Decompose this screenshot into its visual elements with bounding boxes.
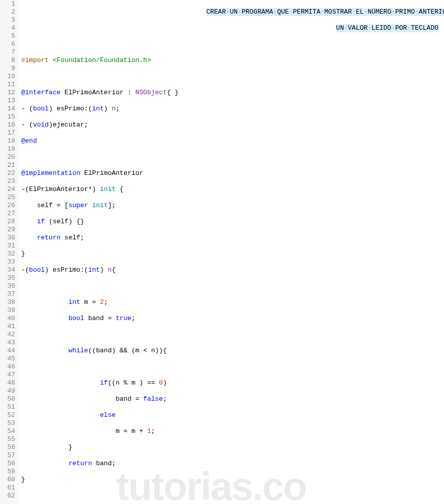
line-number: 34 bbox=[2, 266, 15, 274]
line-number: 36 bbox=[2, 282, 15, 290]
line-number: 59 bbox=[2, 468, 15, 476]
line-number: 62 bbox=[2, 492, 15, 500]
line-number: 57 bbox=[2, 452, 15, 460]
code-line bbox=[21, 153, 444, 161]
code-line: @interface ElPrimoAnterior : NSObject{ } bbox=[21, 89, 444, 97]
line-number: 28 bbox=[2, 218, 15, 226]
line-number: 35 bbox=[2, 274, 15, 282]
line-number: 52 bbox=[2, 411, 15, 419]
line-number: 49 bbox=[2, 387, 15, 395]
code-line bbox=[21, 492, 444, 500]
code-line: if (self) {} bbox=[21, 218, 444, 226]
line-number: 44 bbox=[2, 347, 15, 355]
line-number: 22 bbox=[2, 169, 15, 177]
line-number: 17 bbox=[2, 129, 15, 137]
line-number: 45 bbox=[2, 355, 15, 363]
line-number: 41 bbox=[2, 323, 15, 331]
code-line bbox=[21, 282, 444, 290]
line-number: 20 bbox=[2, 153, 15, 161]
line-number: 21 bbox=[2, 161, 15, 169]
line-number: 38 bbox=[2, 298, 15, 306]
code-line: -(ElPrimoAnterior*) init { bbox=[21, 185, 444, 194]
line-number: 56 bbox=[2, 444, 15, 452]
line-number: 8 bbox=[2, 56, 15, 65]
line-number: 43 bbox=[2, 339, 15, 347]
line-number: 54 bbox=[2, 427, 15, 435]
line-number: 42 bbox=[2, 331, 15, 339]
code-line: } bbox=[21, 250, 444, 258]
line-number: 53 bbox=[2, 419, 15, 427]
code-line: #import <Foundation/Foundation.h> bbox=[21, 56, 444, 65]
line-number: 58 bbox=[2, 460, 15, 468]
code-line: } bbox=[21, 476, 444, 484]
code-line: - (bool) esPrimo:(int) n; bbox=[21, 105, 444, 113]
line-number: 2 bbox=[2, 8, 15, 16]
line-number: 16 bbox=[2, 121, 15, 129]
line-number: 1 bbox=[2, 0, 15, 8]
line-number: 26 bbox=[2, 202, 15, 210]
code-line: return band; bbox=[21, 460, 444, 468]
code-line: } bbox=[21, 444, 444, 452]
code-line: int m = 2; bbox=[21, 298, 444, 306]
line-number: 46 bbox=[2, 363, 15, 371]
code-line: band = false; bbox=[21, 395, 444, 403]
code-area[interactable]: CREAR·UN·PROGRAMA·QUE·PERMITA·MOSTRAR·EL… bbox=[18, 0, 444, 504]
line-number: 3 bbox=[2, 16, 15, 24]
code-editor: 1 2 3 4 5 6 7 8 9 10 11 12 13 14 15 16 1… bbox=[0, 0, 444, 504]
line-number: 32 bbox=[2, 250, 15, 258]
line-number: 29 bbox=[2, 226, 15, 234]
line-number: 33 bbox=[2, 258, 15, 266]
code-line: -(bool) esPrimo:(int) n{ bbox=[21, 266, 444, 274]
code-line: else bbox=[21, 411, 444, 419]
code-line: while((band) && (m < n)){ bbox=[21, 347, 444, 355]
line-number: 40 bbox=[2, 314, 15, 323]
code-line: - (void)ejecutar; bbox=[21, 121, 444, 129]
line-number: 18 bbox=[2, 137, 15, 145]
line-number: 31 bbox=[2, 242, 15, 250]
line-number: 15 bbox=[2, 113, 15, 121]
code-line: @implementation ElPrimoAnterior bbox=[21, 169, 444, 177]
line-number: 50 bbox=[2, 395, 15, 403]
line-number: 23 bbox=[2, 177, 15, 185]
code-line: CREAR·UN·PROGRAMA·QUE·PERMITA·MOSTRAR·EL… bbox=[21, 8, 444, 16]
code-line: UN·VALOR·LEIDO·POR·TECLADO bbox=[21, 24, 444, 32]
line-number: 61 bbox=[2, 484, 15, 492]
code-line: bool band = true; bbox=[21, 314, 444, 323]
line-number: 48 bbox=[2, 379, 15, 387]
line-number: 7 bbox=[2, 48, 15, 56]
line-number: 24 bbox=[2, 185, 15, 194]
code-line: return self; bbox=[21, 234, 444, 242]
code-line: @end bbox=[21, 137, 444, 145]
line-number: 11 bbox=[2, 81, 15, 89]
code-line bbox=[21, 363, 444, 371]
code-line bbox=[21, 331, 444, 339]
line-number: 25 bbox=[2, 194, 15, 202]
line-number: 4 bbox=[2, 24, 15, 32]
line-number: 6 bbox=[2, 40, 15, 48]
line-number: 37 bbox=[2, 290, 15, 298]
code-line bbox=[21, 73, 444, 81]
code-line: m = m + 1; bbox=[21, 427, 444, 435]
line-number: 51 bbox=[2, 403, 15, 411]
line-number: 47 bbox=[2, 371, 15, 379]
code-line bbox=[21, 40, 444, 48]
line-number: 14 bbox=[2, 105, 15, 113]
line-number: 39 bbox=[2, 306, 15, 314]
line-number: 30 bbox=[2, 234, 15, 242]
line-number: 55 bbox=[2, 435, 15, 444]
selected-comment: CREAR·UN·PROGRAMA·QUE·PERMITA·MOSTRAR·EL… bbox=[206, 8, 444, 16]
line-number: 12 bbox=[2, 89, 15, 97]
line-number: 60 bbox=[2, 476, 15, 484]
line-number: 19 bbox=[2, 145, 15, 153]
code-line: if((n % m ) == 0) bbox=[21, 379, 444, 387]
line-number: 13 bbox=[2, 97, 15, 105]
line-number: 10 bbox=[2, 73, 15, 81]
selected-comment: UN·VALOR·LEIDO·POR·TECLADO bbox=[336, 24, 438, 32]
code-line: self = [super init]; bbox=[21, 202, 444, 210]
line-number: 9 bbox=[2, 65, 15, 73]
line-number-gutter: 1 2 3 4 5 6 7 8 9 10 11 12 13 14 15 16 1… bbox=[0, 0, 18, 504]
line-number: 5 bbox=[2, 32, 15, 40]
line-number: 27 bbox=[2, 210, 15, 218]
